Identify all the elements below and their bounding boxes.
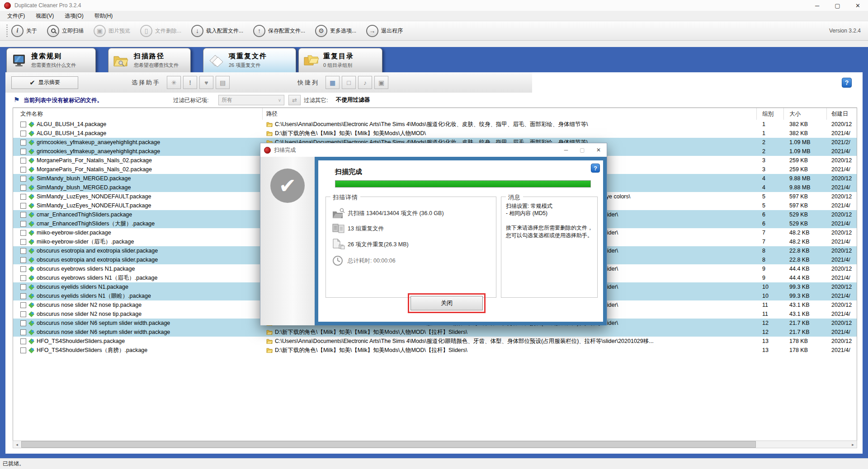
dialog-close-button[interactable]: 关闭	[410, 296, 483, 310]
row-checkbox[interactable]	[20, 257, 26, 263]
row-checkbox[interactable]	[20, 311, 26, 317]
row-checkbox[interactable]	[20, 320, 26, 326]
row-checkbox[interactable]	[20, 158, 26, 164]
file-path: C:\Users\Anna\Documents\Electronic Arts\…	[275, 121, 588, 128]
row-checkbox[interactable]	[20, 239, 26, 245]
save-profile-button[interactable]: ↑ 保存配置文件...	[253, 25, 305, 37]
package-file-icon	[28, 311, 34, 317]
file-size: 597 KB	[784, 201, 827, 210]
row-checkbox[interactable]	[20, 266, 26, 272]
package-file-icon	[28, 167, 34, 173]
group-number: 13	[757, 346, 784, 355]
file-delete-button: ▯ 文件删除...	[140, 25, 181, 37]
row-checkbox[interactable]	[20, 122, 26, 127]
menu-help[interactable]: 帮助(H)	[89, 11, 118, 21]
table-row[interactable]: HFO_TS4ShoulderSliders（肩膀）.package D:\新下…	[13, 346, 857, 355]
about-button[interactable]: i 关于	[11, 25, 37, 37]
row-checkbox[interactable]	[20, 329, 26, 335]
menu-options[interactable]: 选项(O)	[59, 11, 89, 21]
row-checkbox[interactable]	[20, 149, 26, 155]
table-row[interactable]: HFO_TS4ShoulderSliders.package C:\Users\…	[13, 337, 857, 346]
dialog-minimize-button[interactable]: ─	[558, 144, 574, 156]
help-button[interactable]: ?	[842, 78, 852, 88]
tab-duplicate-folders[interactable]: 重复目录0 组目录组别	[298, 48, 382, 72]
load-profile-button[interactable]: ↓ 载入配置文件...	[191, 25, 243, 37]
package-file-icon	[28, 122, 34, 127]
file-name: MorganeParis_For_Natalis_Nails_02.packag…	[37, 157, 152, 164]
selection-file-button[interactable]: ▤	[216, 76, 230, 89]
toolbar-drag-handle[interactable]	[6, 24, 8, 38]
horizontal-scrollbar[interactable]: ◂ ▸	[13, 441, 857, 448]
maximize-button[interactable]: ▢	[827, 0, 848, 11]
group-number: 5	[757, 201, 784, 210]
quick-grid-button[interactable]: ▦	[326, 76, 340, 89]
status-bar: 已就绪。	[0, 458, 868, 469]
group-number: 7	[757, 237, 784, 246]
row-checkbox[interactable]	[20, 203, 26, 209]
column-header-size[interactable]: 大小	[784, 108, 827, 120]
table-row[interactable]: obscurus nose slider N6 septum slider wi…	[13, 328, 857, 337]
file-size: 9.88 MB	[784, 174, 827, 183]
dialog-help-button[interactable]: ?	[591, 164, 600, 173]
scroll-left-icon[interactable]: ◂	[13, 441, 21, 448]
row-checkbox[interactable]	[20, 302, 26, 308]
column-header-path[interactable]: 路径	[263, 108, 757, 120]
row-checkbox[interactable]	[20, 185, 26, 191]
file-created: 2021/4/	[827, 201, 857, 210]
tab-duplicate-files[interactable]: 项重复文件26 项重复文件	[203, 48, 296, 72]
table-row[interactable]: ALGU_BLUSH_14.package C:\Users\Anna\Docu…	[13, 120, 857, 129]
file-size: 99.3 KB	[784, 291, 827, 300]
row-checkbox[interactable]	[20, 131, 26, 136]
group-number: 3	[757, 165, 784, 174]
row-checkbox[interactable]	[20, 212, 26, 218]
column-header-filename[interactable]: 文件名称	[13, 108, 263, 120]
table-row[interactable]: ALGU_BLUSH_14.package D:\新下载的角色\【Milk】知美…	[13, 129, 857, 138]
row-checkbox[interactable]	[20, 284, 26, 290]
menu-file[interactable]: 文件(F)	[2, 11, 30, 21]
filter-marked-select[interactable]: 所有 ∨	[218, 95, 284, 105]
row-checkbox[interactable]	[20, 194, 26, 200]
quick-image-button[interactable]: ▣	[374, 76, 388, 89]
row-checkbox[interactable]	[20, 248, 26, 254]
dialog-side-panel: ✔	[260, 157, 315, 325]
row-checkbox[interactable]	[20, 230, 26, 236]
file-size: 43.1 KB	[784, 300, 827, 310]
package-file-icon	[28, 320, 34, 326]
row-checkbox[interactable]	[20, 140, 26, 145]
group-number: 2	[757, 138, 784, 147]
selection-folder-button[interactable]: ♥	[199, 76, 213, 89]
more-options-icon: ⚙	[315, 25, 327, 37]
show-summary-button[interactable]: ✔ 显示摘要	[11, 76, 78, 89]
close-button[interactable]: ✕	[848, 0, 868, 11]
file-name: obscurus nose slider N2 nose tip.package	[37, 311, 142, 317]
row-checkbox[interactable]	[20, 221, 26, 227]
dialog-close-x-button[interactable]: ✕	[590, 144, 607, 156]
group-number: 4	[757, 183, 784, 192]
row-checkbox[interactable]	[20, 167, 26, 173]
exit-program-button[interactable]: → 退出程序	[366, 25, 403, 37]
row-checkbox[interactable]	[20, 338, 26, 344]
app-logo-icon	[4, 2, 11, 9]
package-file-icon	[28, 230, 34, 236]
scrollbar-thumb[interactable]	[21, 441, 756, 448]
column-header-created[interactable]: 创建日	[827, 108, 857, 120]
minimize-button[interactable]: ─	[807, 0, 827, 11]
menu-view[interactable]: 视图(V)	[30, 11, 59, 21]
scan-now-button[interactable]: 立即扫描	[47, 25, 84, 37]
row-checkbox[interactable]	[20, 293, 26, 299]
refresh-filter-button[interactable]: ⇄	[288, 95, 301, 105]
row-checkbox[interactable]	[20, 275, 26, 281]
scroll-right-icon[interactable]: ▸	[849, 441, 857, 448]
row-checkbox[interactable]	[20, 176, 26, 182]
quick-audio-button[interactable]: ♪	[358, 76, 372, 89]
tab-search-rules[interactable]: 搜索规则您需要查找什么文件	[6, 48, 96, 72]
sub-toolbar: ✔ 显示摘要 选择助手 ✳ ! ♥ ▤ 快捷列 ▦ □ ♪ ▣	[5, 72, 532, 93]
quick-screen-button[interactable]: □	[342, 76, 356, 89]
column-header-group[interactable]: 组别	[757, 108, 784, 120]
row-checkbox[interactable]	[20, 347, 26, 353]
file-size: 9.88 MB	[784, 183, 827, 192]
more-options-button[interactable]: ⚙ 更多选项...	[315, 25, 356, 37]
selection-wand-button[interactable]: ✳	[167, 76, 181, 89]
tab-scan-paths[interactable]: 扫描路径您希望在哪查找文件	[108, 48, 191, 72]
selection-warning-button[interactable]: !	[183, 76, 197, 89]
